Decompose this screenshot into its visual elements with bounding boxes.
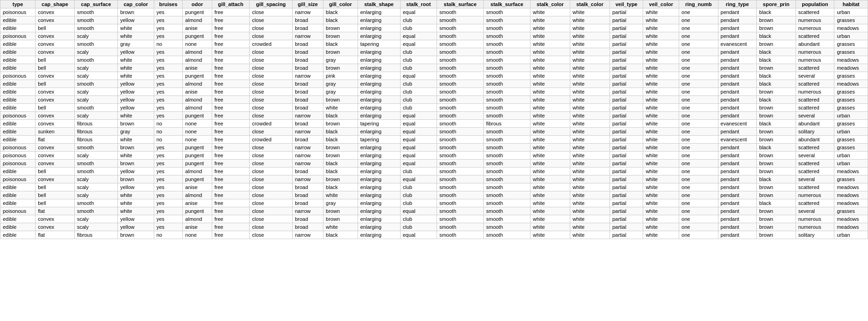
table-cell[interactable]: broad (292, 96, 323, 104)
column-header-spore_prin-20[interactable]: spore_prin (757, 0, 796, 8)
table-cell[interactable]: one (679, 144, 718, 152)
table-cell[interactable]: smooth (483, 24, 530, 32)
table-cell[interactable]: close (250, 175, 293, 183)
table-cell[interactable]: pungent (183, 175, 212, 183)
table-cell[interactable]: partial (610, 72, 643, 80)
table-cell[interactable]: anise (183, 183, 212, 191)
table-cell[interactable]: yes (154, 56, 183, 64)
table-cell[interactable]: white (531, 64, 570, 72)
table-cell[interactable]: none (183, 128, 212, 136)
table-cell[interactable]: partial (610, 24, 643, 32)
table-cell[interactable]: edible (0, 168, 36, 175)
table-cell[interactable]: narrow (292, 160, 323, 168)
table-cell[interactable]: smooth (437, 48, 483, 56)
table-cell[interactable]: yes (154, 152, 183, 160)
table-cell[interactable]: black (323, 136, 358, 144)
table-cell[interactable]: numerous (796, 215, 834, 223)
table-cell[interactable]: close (250, 80, 293, 88)
table-cell[interactable]: flat (36, 231, 74, 239)
table-cell[interactable]: narrow (292, 207, 323, 215)
table-cell[interactable]: scattered (796, 168, 834, 175)
table-cell[interactable]: scaly (74, 112, 118, 120)
table-cell[interactable]: yes (154, 112, 183, 120)
table-cell[interactable]: club (400, 16, 437, 24)
table-cell[interactable]: white (570, 16, 610, 24)
table-cell[interactable]: one (679, 199, 718, 207)
table-cell[interactable]: white (531, 168, 570, 175)
table-cell[interactable]: anise (183, 199, 212, 207)
table-cell[interactable]: numerous (796, 56, 834, 64)
table-cell[interactable]: yes (154, 48, 183, 56)
table-cell[interactable]: white (118, 152, 154, 160)
table-cell[interactable]: white (531, 160, 570, 168)
table-cell[interactable]: white (643, 120, 679, 128)
table-cell[interactable]: enlarging (358, 152, 400, 160)
table-cell[interactable]: equal (400, 136, 437, 144)
table-cell[interactable]: meadows (834, 64, 868, 72)
table-cell[interactable]: black (757, 32, 796, 40)
table-cell[interactable]: club (400, 24, 437, 32)
column-header-cap_shape-1[interactable]: cap_shape (36, 0, 74, 8)
table-cell[interactable]: smooth (483, 64, 530, 72)
table-cell[interactable]: smooth (437, 120, 483, 128)
table-cell[interactable]: white (323, 191, 358, 199)
table-cell[interactable]: edible (0, 223, 36, 231)
table-cell[interactable]: enlarging (358, 207, 400, 215)
column-header-habitat-22[interactable]: habitat (834, 0, 868, 8)
table-cell[interactable]: smooth (483, 136, 530, 144)
table-cell[interactable]: black (757, 96, 796, 104)
table-cell[interactable]: several (796, 207, 834, 215)
table-cell[interactable]: numerous (796, 191, 834, 199)
table-cell[interactable]: scaly (74, 32, 118, 40)
table-cell[interactable]: convex (36, 88, 74, 96)
table-cell[interactable]: free (212, 16, 249, 24)
table-cell[interactable]: numerous (796, 48, 834, 56)
table-cell[interactable]: enlarging (358, 64, 400, 72)
table-cell[interactable]: free (212, 48, 249, 56)
table-cell[interactable]: black (323, 183, 358, 191)
table-cell[interactable]: broad (292, 80, 323, 88)
table-cell[interactable]: free (212, 40, 249, 48)
table-cell[interactable]: meadows (834, 191, 868, 199)
table-cell[interactable]: smooth (74, 24, 118, 32)
table-cell[interactable]: enlarging (358, 183, 400, 191)
table-cell[interactable]: enlarging (358, 191, 400, 199)
table-cell[interactable]: meadows (834, 199, 868, 207)
table-cell[interactable]: smooth (437, 136, 483, 144)
table-cell[interactable]: brown (757, 128, 796, 136)
table-cell[interactable]: brown (118, 8, 154, 16)
table-cell[interactable]: free (212, 207, 249, 215)
table-cell[interactable]: white (118, 207, 154, 215)
table-cell[interactable]: white (531, 24, 570, 32)
table-cell[interactable]: smooth (74, 40, 118, 48)
table-cell[interactable]: edible (0, 96, 36, 104)
table-cell[interactable]: poisonous (0, 112, 36, 120)
table-cell[interactable]: scaly (74, 223, 118, 231)
table-cell[interactable]: white (643, 207, 679, 215)
table-cell[interactable]: equal (400, 160, 437, 168)
table-cell[interactable]: scattered (796, 8, 834, 16)
table-cell[interactable]: white (570, 32, 610, 40)
table-cell[interactable]: equal (400, 231, 437, 239)
table-cell[interactable]: smooth (437, 104, 483, 112)
table-cell[interactable]: edible (0, 104, 36, 112)
table-cell[interactable]: enlarging (358, 168, 400, 175)
table-cell[interactable]: one (679, 48, 718, 56)
table-cell[interactable]: club (400, 48, 437, 56)
table-cell[interactable]: white (643, 223, 679, 231)
table-cell[interactable]: white (643, 183, 679, 191)
table-cell[interactable]: free (212, 160, 249, 168)
table-cell[interactable]: narrow (292, 32, 323, 40)
table-cell[interactable]: poisonous (0, 207, 36, 215)
table-cell[interactable]: brown (323, 152, 358, 160)
column-header-stalk_root-11[interactable]: stalk_root (400, 0, 437, 8)
table-cell[interactable]: smooth (437, 215, 483, 223)
table-cell[interactable]: convex (36, 16, 74, 24)
table-cell[interactable]: broad (292, 104, 323, 112)
table-cell[interactable]: abundant (796, 136, 834, 144)
table-cell[interactable]: free (212, 183, 249, 191)
table-cell[interactable]: smooth (437, 24, 483, 32)
table-cell[interactable]: tapering (358, 136, 400, 144)
table-cell[interactable]: smooth (437, 191, 483, 199)
table-cell[interactable]: pink (323, 72, 358, 80)
